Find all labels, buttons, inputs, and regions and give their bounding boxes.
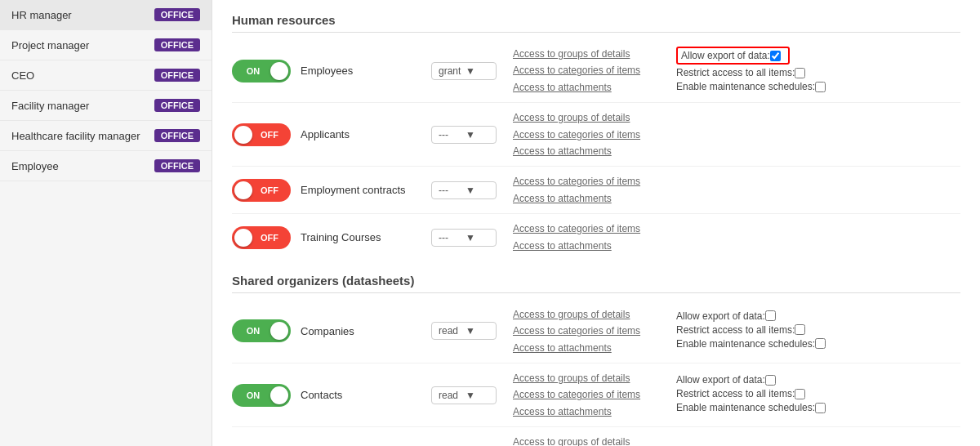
sidebar-item-project-manager[interactable]: Project manager OFFICE [0,30,212,60]
perm-row-employment-contracts: OFFEmployment contracts---▼Access to cat… [232,167,960,214]
perm-dropdown[interactable]: read▼ [431,322,497,340]
chevron-down-icon: ▼ [466,232,489,243]
sidebar-item-hr-manager[interactable]: HR manager OFFICE [0,0,212,30]
check-label: Restrict access to all items: [676,388,795,399]
perm-links: Access to groups of detailsAccess to cat… [513,370,660,420]
check-input[interactable] [815,338,826,349]
chevron-down-icon: ▼ [466,390,489,401]
toggle-employees[interactable]: ON [232,60,291,83]
sidebar-badge: OFFICE [154,38,200,51]
check-label: Restrict access to all items: [676,324,795,336]
chevron-down-icon: ▼ [466,129,489,140]
perm-link[interactable]: Access to categories of items [513,221,660,237]
perm-links: Access to groups of detailsAccess to cat… [513,109,660,159]
perm-dropdown[interactable]: ---▼ [431,126,497,144]
sidebar-item-healthcare-facility-manager[interactable]: Healthcare facility manager OFFICE [0,121,212,151]
perm-row-contacts: ONContactsread▼Access to groups of detai… [232,363,960,427]
check-input[interactable] [815,403,826,413]
perm-link[interactable]: Access to attachments [513,143,660,159]
toggle-contacts[interactable]: ON [232,384,291,407]
chevron-down-icon: ▼ [466,65,489,77]
check-row: Enable maintenance schedules: [676,402,840,413]
perm-link[interactable]: Access to categories of items [513,173,660,190]
perm-link[interactable]: Access to groups of details [513,109,660,126]
check-label: Allow export of data: [676,374,765,386]
sidebar: HR manager OFFICE Project manager OFFICE… [0,0,212,446]
perm-dropdown[interactable]: ---▼ [431,181,497,199]
toggle-knob [234,126,252,144]
check-row: Allow export of data: [676,47,840,65]
perm-links: Access to groups of detailsAccess to cat… [513,46,660,96]
perm-links: Access to groups of detailsAccess to cat… [513,306,660,356]
perm-link[interactable]: Access to attachments [513,404,660,420]
toggle-companies[interactable]: ON [232,319,291,342]
check-label: Allow export of data: [676,310,765,322]
perm-row-employees: ONEmployeesgrant▼Access to groups of det… [232,39,960,103]
perm-link[interactable]: Access to groups of details [513,46,660,62]
dropdown-value: --- [439,129,462,140]
dropdown-value: read [439,325,462,337]
sidebar-item-facility-manager[interactable]: Facility manager OFFICE [0,91,212,121]
toggle-training-courses[interactable]: OFF [232,226,291,249]
sidebar-badge: OFFICE [154,99,200,112]
sidebar-label: Healthcare facility manager [11,130,140,142]
check-row: Restrict access to all items: [676,388,840,399]
sidebar-item-ceo[interactable]: CEO OFFICE [0,60,212,91]
check-input[interactable] [795,389,805,399]
sidebar-badge: OFFICE [154,8,200,21]
perm-link[interactable]: Access to groups of details [513,434,660,446]
check-input[interactable] [795,68,805,78]
perm-link[interactable]: Access to groups of details [513,306,660,323]
section-title: Shared organizers (datasheets) [232,274,960,293]
check-label: Restrict access to all items: [676,67,795,78]
perm-name: Contacts [301,389,431,401]
sidebar-label: HR manager [11,9,72,21]
perm-links: Access to groups of detailsAccess to cat… [513,434,660,446]
perm-checks: Allow export of data: Restrict access to… [676,310,840,352]
perm-link[interactable]: Access to categories of items [513,127,660,143]
section-0: Human resourcesONEmployeesgrant▼Access t… [232,13,960,261]
check-row: Restrict access to all items: [676,324,840,336]
perm-link[interactable]: Access to attachments [513,340,660,356]
perm-name: Employees [301,65,431,77]
toggle-applicants[interactable]: OFF [232,123,291,146]
toggle-knob [270,62,288,80]
perm-row-projects: OFFProjects---▼Access to groups of detai… [232,427,960,446]
check-row: Enable maintenance schedules: [676,81,840,92]
perm-link[interactable]: Access to groups of details [513,370,660,386]
check-input[interactable] [765,310,776,321]
perm-link[interactable]: Access to attachments [513,190,660,207]
check-row: Enable maintenance schedules: [676,338,840,350]
perm-link[interactable]: Access to categories of items [513,386,660,403]
perm-checks: Allow export of data: Restrict access to… [676,374,840,416]
check-label: Enable maintenance schedules: [676,402,815,413]
perm-checks: Allow export of data: Restrict access to… [676,47,840,95]
check-input[interactable] [795,324,805,335]
perm-link[interactable]: Access to categories of items [513,62,660,78]
perm-link[interactable]: Access to attachments [513,79,660,96]
chevron-down-icon: ▼ [466,325,489,337]
check-row: Allow export of data: [676,310,840,322]
perm-link[interactable]: Access to attachments [513,238,660,254]
perm-name: Training Courses [301,231,431,243]
check-input[interactable] [765,375,776,386]
check-label: Enable maintenance schedules: [676,81,815,92]
perm-link[interactable]: Access to categories of items [513,323,660,339]
perm-dropdown[interactable]: ---▼ [431,229,497,247]
toggle-employment-contracts[interactable]: OFF [232,179,291,202]
main-content: Human resourcesONEmployeesgrant▼Access t… [212,0,980,446]
toggle-knob [270,386,288,404]
sidebar-item-employee[interactable]: Employee OFFICE [0,151,212,181]
chevron-down-icon: ▼ [466,185,489,196]
perm-dropdown[interactable]: grant▼ [431,62,497,80]
sidebar-label: Employee [11,160,59,172]
check-input[interactable] [815,82,826,92]
check-label: Enable maintenance schedules: [676,338,815,350]
check-input[interactable] [770,51,781,61]
dropdown-value: grant [439,65,462,77]
check-row: Allow export of data: [676,374,840,386]
perm-dropdown[interactable]: read▼ [431,386,497,404]
section-1: Shared organizers (datasheets)ONCompanie… [232,274,960,446]
sidebar-label: Facility manager [11,100,89,112]
perm-row-applicants: OFFApplicants---▼Access to groups of det… [232,103,960,167]
